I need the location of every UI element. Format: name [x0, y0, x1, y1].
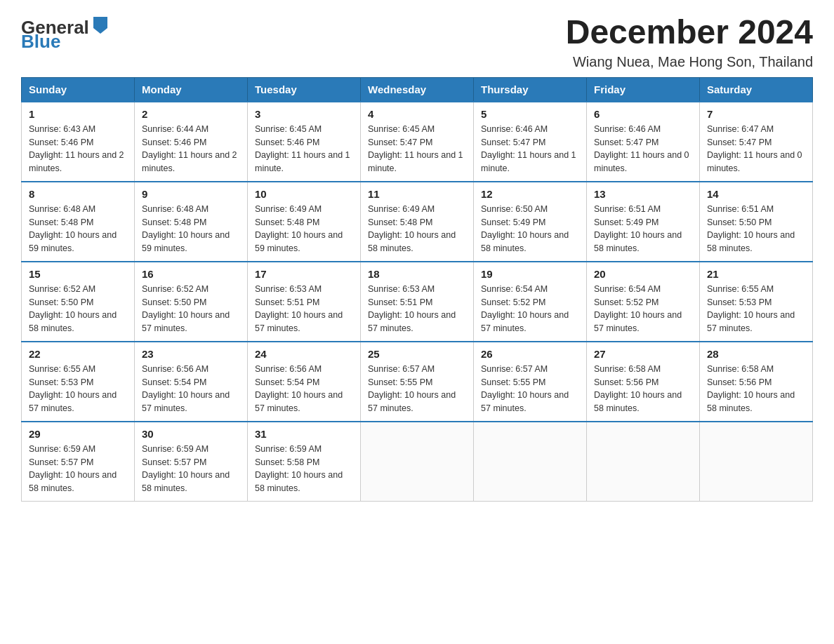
day-number: 26 — [481, 348, 579, 360]
day-info: Sunrise: 6:59 AMSunset: 5:57 PMDaylight:… — [142, 443, 240, 495]
calendar-subtitle: Wiang Nuea, Mae Hong Son, Thailand — [566, 54, 813, 70]
calendar-header-row: SundayMondayTuesdayWednesdayThursdayFrid… — [22, 77, 813, 102]
calendar-week-row: 8Sunrise: 6:48 AMSunset: 5:48 PMDaylight… — [22, 182, 813, 262]
day-info: Sunrise: 6:48 AMSunset: 5:48 PMDaylight:… — [29, 203, 127, 255]
calendar-cell: 14Sunrise: 6:51 AMSunset: 5:50 PMDayligh… — [700, 182, 813, 262]
logo-arrow-icon — [91, 14, 110, 34]
day-info: Sunrise: 6:49 AMSunset: 5:48 PMDaylight:… — [255, 203, 353, 255]
day-number: 7 — [707, 108, 805, 120]
calendar-table: SundayMondayTuesdayWednesdayThursdayFrid… — [21, 77, 813, 502]
day-info: Sunrise: 6:46 AMSunset: 5:47 PMDaylight:… — [594, 123, 692, 175]
calendar-cell: 1Sunrise: 6:43 AMSunset: 5:46 PMDaylight… — [22, 102, 135, 182]
calendar-cell: 22Sunrise: 6:55 AMSunset: 5:53 PMDayligh… — [22, 342, 135, 422]
calendar-cell: 11Sunrise: 6:49 AMSunset: 5:48 PMDayligh… — [361, 182, 474, 262]
calendar-week-row: 29Sunrise: 6:59 AMSunset: 5:57 PMDayligh… — [22, 422, 813, 502]
day-info: Sunrise: 6:50 AMSunset: 5:49 PMDaylight:… — [481, 203, 579, 255]
day-number: 29 — [29, 428, 127, 440]
calendar-title-block: December 2024 Wiang Nuea, Mae Hong Son, … — [566, 14, 813, 70]
calendar-week-row: 22Sunrise: 6:55 AMSunset: 5:53 PMDayligh… — [22, 342, 813, 422]
calendar-cell: 10Sunrise: 6:49 AMSunset: 5:48 PMDayligh… — [248, 182, 361, 262]
day-info: Sunrise: 6:55 AMSunset: 5:53 PMDaylight:… — [29, 363, 127, 415]
calendar-cell: 9Sunrise: 6:48 AMSunset: 5:48 PMDaylight… — [135, 182, 248, 262]
day-info: Sunrise: 6:45 AMSunset: 5:46 PMDaylight:… — [255, 123, 353, 175]
calendar-cell — [587, 422, 700, 502]
day-info: Sunrise: 6:56 AMSunset: 5:54 PMDaylight:… — [255, 363, 353, 415]
day-number: 1 — [29, 108, 127, 120]
calendar-cell: 27Sunrise: 6:58 AMSunset: 5:56 PMDayligh… — [587, 342, 700, 422]
day-info: Sunrise: 6:51 AMSunset: 5:49 PMDaylight:… — [594, 203, 692, 255]
day-info: Sunrise: 6:59 AMSunset: 5:57 PMDaylight:… — [29, 443, 127, 495]
calendar-cell: 16Sunrise: 6:52 AMSunset: 5:50 PMDayligh… — [135, 262, 248, 342]
calendar-cell: 17Sunrise: 6:53 AMSunset: 5:51 PMDayligh… — [248, 262, 361, 342]
calendar-title: December 2024 — [566, 14, 813, 51]
day-number: 9 — [142, 188, 240, 200]
day-info: Sunrise: 6:49 AMSunset: 5:48 PMDaylight:… — [368, 203, 466, 255]
calendar-cell: 21Sunrise: 6:55 AMSunset: 5:53 PMDayligh… — [700, 262, 813, 342]
day-info: Sunrise: 6:52 AMSunset: 5:50 PMDaylight:… — [142, 283, 240, 335]
column-header-friday: Friday — [587, 77, 700, 102]
day-info: Sunrise: 6:52 AMSunset: 5:50 PMDaylight:… — [29, 283, 127, 335]
calendar-cell: 15Sunrise: 6:52 AMSunset: 5:50 PMDayligh… — [22, 262, 135, 342]
day-number: 21 — [707, 268, 805, 280]
column-header-saturday: Saturday — [700, 77, 813, 102]
day-info: Sunrise: 6:57 AMSunset: 5:55 PMDaylight:… — [368, 363, 466, 415]
day-number: 25 — [368, 348, 466, 360]
calendar-cell: 18Sunrise: 6:53 AMSunset: 5:51 PMDayligh… — [361, 262, 474, 342]
day-number: 14 — [707, 188, 805, 200]
calendar-cell — [474, 422, 587, 502]
day-info: Sunrise: 6:59 AMSunset: 5:58 PMDaylight:… — [255, 443, 353, 495]
calendar-cell: 20Sunrise: 6:54 AMSunset: 5:52 PMDayligh… — [587, 262, 700, 342]
column-header-wednesday: Wednesday — [361, 77, 474, 102]
calendar-cell: 23Sunrise: 6:56 AMSunset: 5:54 PMDayligh… — [135, 342, 248, 422]
day-number: 16 — [142, 268, 240, 280]
day-info: Sunrise: 6:57 AMSunset: 5:55 PMDaylight:… — [481, 363, 579, 415]
day-info: Sunrise: 6:54 AMSunset: 5:52 PMDaylight:… — [594, 283, 692, 335]
calendar-cell: 8Sunrise: 6:48 AMSunset: 5:48 PMDaylight… — [22, 182, 135, 262]
column-header-thursday: Thursday — [474, 77, 587, 102]
calendar-cell: 30Sunrise: 6:59 AMSunset: 5:57 PMDayligh… — [135, 422, 248, 502]
page-header: General Blue General Blue December 2024 … — [21, 14, 813, 70]
day-number: 20 — [594, 268, 692, 280]
day-number: 17 — [255, 268, 353, 280]
day-number: 30 — [142, 428, 240, 440]
day-number: 2 — [142, 108, 240, 120]
day-info: Sunrise: 6:56 AMSunset: 5:54 PMDaylight:… — [142, 363, 240, 415]
calendar-week-row: 15Sunrise: 6:52 AMSunset: 5:50 PMDayligh… — [22, 262, 813, 342]
day-info: Sunrise: 6:54 AMSunset: 5:52 PMDaylight:… — [481, 283, 579, 335]
day-info: Sunrise: 6:46 AMSunset: 5:47 PMDaylight:… — [481, 123, 579, 175]
calendar-cell: 3Sunrise: 6:45 AMSunset: 5:46 PMDaylight… — [248, 102, 361, 182]
calendar-cell: 31Sunrise: 6:59 AMSunset: 5:58 PMDayligh… — [248, 422, 361, 502]
day-number: 28 — [707, 348, 805, 360]
day-info: Sunrise: 6:47 AMSunset: 5:47 PMDaylight:… — [707, 123, 805, 175]
calendar-cell — [700, 422, 813, 502]
day-number: 19 — [481, 268, 579, 280]
calendar-cell: 19Sunrise: 6:54 AMSunset: 5:52 PMDayligh… — [474, 262, 587, 342]
day-number: 24 — [255, 348, 353, 360]
calendar-cell: 26Sunrise: 6:57 AMSunset: 5:55 PMDayligh… — [474, 342, 587, 422]
logo: General Blue General Blue — [21, 14, 110, 51]
day-number: 6 — [594, 108, 692, 120]
column-header-monday: Monday — [135, 77, 248, 102]
calendar-cell: 2Sunrise: 6:44 AMSunset: 5:46 PMDaylight… — [135, 102, 248, 182]
calendar-week-row: 1Sunrise: 6:43 AMSunset: 5:46 PMDaylight… — [22, 102, 813, 182]
calendar-cell: 29Sunrise: 6:59 AMSunset: 5:57 PMDayligh… — [22, 422, 135, 502]
day-info: Sunrise: 6:45 AMSunset: 5:47 PMDaylight:… — [368, 123, 466, 175]
day-info: Sunrise: 6:53 AMSunset: 5:51 PMDaylight:… — [255, 283, 353, 335]
day-number: 27 — [594, 348, 692, 360]
calendar-cell: 7Sunrise: 6:47 AMSunset: 5:47 PMDaylight… — [700, 102, 813, 182]
day-number: 10 — [255, 188, 353, 200]
column-header-tuesday: Tuesday — [248, 77, 361, 102]
day-number: 3 — [255, 108, 353, 120]
day-info: Sunrise: 6:43 AMSunset: 5:46 PMDaylight:… — [29, 123, 127, 175]
day-number: 8 — [29, 188, 127, 200]
day-number: 12 — [481, 188, 579, 200]
day-number: 5 — [481, 108, 579, 120]
day-number: 31 — [255, 428, 353, 440]
calendar-cell: 25Sunrise: 6:57 AMSunset: 5:55 PMDayligh… — [361, 342, 474, 422]
day-number: 22 — [29, 348, 127, 360]
calendar-cell: 4Sunrise: 6:45 AMSunset: 5:47 PMDaylight… — [361, 102, 474, 182]
calendar-cell: 28Sunrise: 6:58 AMSunset: 5:56 PMDayligh… — [700, 342, 813, 422]
day-number: 18 — [368, 268, 466, 280]
day-number: 23 — [142, 348, 240, 360]
day-info: Sunrise: 6:53 AMSunset: 5:51 PMDaylight:… — [368, 283, 466, 335]
